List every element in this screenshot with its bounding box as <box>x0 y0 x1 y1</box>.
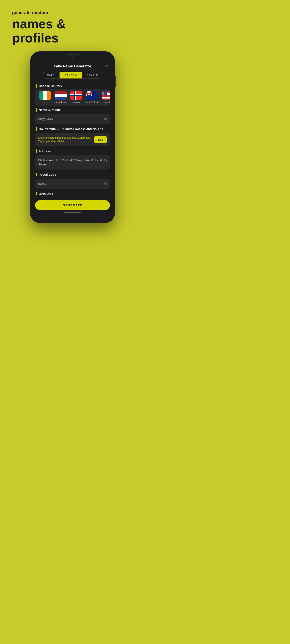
copy-address-icon[interactable]: ⧉ <box>104 158 107 163</box>
phone-speaker <box>67 54 79 55</box>
flag-us: ★ ★ ★ ★ ★ ★ ★ ★ ★ ★ ★ ★ ★ ★ ★ ★ ★ <box>102 91 110 100</box>
section-bar-name <box>36 108 37 112</box>
country-item-newzealand[interactable]: ✦ ✦ ✦ ✦ New Zealand <box>85 91 99 103</box>
hero-title-line2: profiles <box>12 31 133 45</box>
section-bar-address <box>36 149 37 153</box>
country-item-ireland[interactable]: nd <box>38 91 52 103</box>
svg-rect-14 <box>86 93 92 94</box>
premium-label: Go Premium & Unlimited Access and No Ads <box>32 125 113 132</box>
svg-rect-32 <box>102 99 110 100</box>
tab-random[interactable]: RANDOM <box>60 72 82 78</box>
buy-button[interactable]: Buy <box>94 136 107 143</box>
name-field: Andy Bailey ⧉ <box>35 114 110 124</box>
country-name-us: United S <box>104 101 110 103</box>
address-label: Address <box>32 147 113 154</box>
phone-shell: Fake Name Generator ⚙ MALE RANDOM FEMALE… <box>30 51 115 223</box>
hero-subtitle-plain: generate <box>12 10 32 15</box>
flag-netherlands <box>55 91 67 100</box>
country-item-netherlands[interactable]: Netherlands <box>54 91 68 103</box>
country-name-newzealand: New Zealand <box>86 101 99 103</box>
svg-rect-27 <box>102 96 110 96</box>
svg-text:★ ★ ★ ★ ★ ★: ★ ★ ★ ★ ★ ★ <box>102 94 109 95</box>
svg-rect-3 <box>70 95 82 96</box>
address-value: Photinia Ave No: 9707 Fort Collins, Indi… <box>38 158 104 167</box>
address-field: Photinia Ave No: 9707 Fort Collins, Indi… <box>35 155 110 170</box>
hero-section: generate random names & profiles <box>4 10 141 45</box>
svg-text:✦: ✦ <box>96 94 97 95</box>
flag-ireland <box>39 91 51 100</box>
choose-country-label: Choose Country <box>32 82 113 89</box>
svg-rect-30 <box>102 98 110 98</box>
tab-male[interactable]: MALE <box>42 72 60 78</box>
hero-subtitle-bold: random <box>32 10 48 15</box>
copy-postal-icon[interactable]: ⧉ <box>104 182 107 186</box>
phone-screen: Fake Name Generator ⚙ MALE RANDOM FEMALE… <box>32 60 113 217</box>
country-name-netherlands: Netherlands <box>55 101 67 103</box>
section-bar-premium <box>36 127 37 131</box>
flag-norway <box>70 91 82 100</box>
postal-code-label: Postal Code <box>32 170 113 178</box>
app-title: Fake Name Generator <box>54 64 91 68</box>
svg-rect-4 <box>74 91 75 100</box>
hero-title: names & profiles <box>12 17 133 45</box>
name-value: Andy Bailey <box>38 117 53 120</box>
country-name-norway: Norway <box>73 101 80 103</box>
flag-newzealand: ✦ ✦ ✦ ✦ <box>86 91 98 100</box>
country-name-ireland: nd <box>44 101 46 103</box>
country-item-norway[interactable]: Norway <box>69 91 83 103</box>
svg-rect-28 <box>102 96 110 97</box>
gender-tabs: MALE RANDOM FEMALE <box>32 70 113 82</box>
copy-name-icon[interactable]: ⧉ <box>104 117 107 121</box>
svg-rect-31 <box>102 98 110 99</box>
app-header: Fake Name Generator ⚙ <box>32 60 113 70</box>
section-bar-birthdate <box>36 192 37 196</box>
postal-code-field: 51259 ⧉ <box>35 179 110 188</box>
hero-title-line1: names & <box>12 17 133 31</box>
phone-camera <box>71 56 74 59</box>
settings-icon[interactable]: ⚙ <box>105 64 109 69</box>
home-indicator <box>65 212 81 213</box>
hero-subtitle: generate random <box>12 10 133 15</box>
svg-text:✦: ✦ <box>96 92 97 93</box>
tab-female[interactable]: FEMALE <box>82 72 103 78</box>
birth-date-label: Birth Date <box>32 190 113 197</box>
country-scroll[interactable]: nd Netherlands Norway <box>35 89 110 106</box>
generate-button[interactable]: GENERATE <box>35 200 110 210</box>
phone-notch <box>32 54 113 55</box>
section-bar-country <box>36 84 37 88</box>
svg-rect-29 <box>102 97 110 98</box>
svg-text:✦: ✦ <box>93 92 95 94</box>
name-surname-label: Name Surname <box>32 106 113 113</box>
premium-banner: Make unlimited inquiries and use without… <box>35 133 110 146</box>
postal-code-value: 51259 <box>38 182 46 185</box>
svg-text:✦: ✦ <box>94 96 96 98</box>
premium-text: Make unlimited inquiries and use without… <box>38 136 92 143</box>
country-item-us[interactable]: ★ ★ ★ ★ ★ ★ ★ ★ ★ ★ ★ ★ ★ ★ ★ ★ ★ United… <box>101 91 110 103</box>
section-bar-postal <box>36 173 37 176</box>
